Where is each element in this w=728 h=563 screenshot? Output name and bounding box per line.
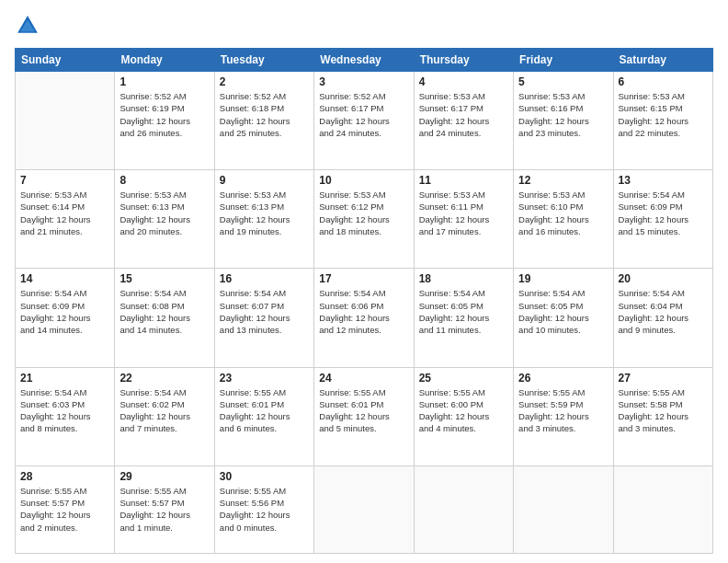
day-info: Sunrise: 5:55 AMSunset: 5:57 PMDaylight:… bbox=[119, 485, 209, 534]
calendar-cell: 24Sunrise: 5:55 AMSunset: 6:01 PMDayligh… bbox=[314, 367, 414, 465]
page: SundayMondayTuesdayWednesdayThursdayFrid… bbox=[0, 0, 728, 563]
day-number: 28 bbox=[20, 470, 109, 483]
calendar-cell: 29Sunrise: 5:55 AMSunset: 5:57 PMDayligh… bbox=[115, 465, 214, 553]
day-number: 19 bbox=[518, 272, 608, 285]
calendar-cell bbox=[514, 465, 613, 553]
day-number: 29 bbox=[119, 470, 209, 483]
day-number: 21 bbox=[20, 372, 109, 385]
day-info: Sunrise: 5:53 AMSunset: 6:17 PMDaylight:… bbox=[419, 90, 508, 139]
day-info: Sunrise: 5:52 AMSunset: 6:18 PMDaylight:… bbox=[220, 90, 309, 139]
week-row-3: 14Sunrise: 5:54 AMSunset: 6:09 PMDayligh… bbox=[16, 269, 713, 367]
day-number: 14 bbox=[20, 272, 109, 285]
day-info: Sunrise: 5:54 AMSunset: 6:05 PMDaylight:… bbox=[518, 287, 608, 336]
logo bbox=[15, 13, 44, 39]
week-row-2: 7Sunrise: 5:53 AMSunset: 6:14 PMDaylight… bbox=[16, 170, 713, 269]
calendar-cell: 4Sunrise: 5:53 AMSunset: 6:17 PMDaylight… bbox=[414, 72, 513, 170]
day-info: Sunrise: 5:54 AMSunset: 6:09 PMDaylight:… bbox=[20, 287, 109, 336]
day-number: 7 bbox=[20, 174, 109, 187]
day-info: Sunrise: 5:54 AMSunset: 6:09 PMDaylight:… bbox=[619, 189, 708, 237]
day-number: 30 bbox=[220, 470, 309, 483]
calendar-cell bbox=[414, 465, 513, 553]
weekday-header-friday: Friday bbox=[514, 49, 613, 72]
calendar-cell: 6Sunrise: 5:53 AMSunset: 6:15 PMDaylight… bbox=[613, 72, 712, 170]
day-number: 25 bbox=[419, 372, 508, 385]
weekday-header-wednesday: Wednesday bbox=[314, 49, 414, 72]
calendar-cell: 9Sunrise: 5:53 AMSunset: 6:13 PMDaylight… bbox=[214, 170, 313, 269]
calendar-cell: 16Sunrise: 5:54 AMSunset: 6:07 PMDayligh… bbox=[214, 269, 313, 367]
calendar-cell: 1Sunrise: 5:52 AMSunset: 6:19 PMDaylight… bbox=[115, 72, 214, 170]
day-info: Sunrise: 5:53 AMSunset: 6:16 PMDaylight:… bbox=[518, 90, 608, 139]
calendar-cell: 2Sunrise: 5:52 AMSunset: 6:18 PMDaylight… bbox=[214, 72, 313, 170]
day-info: Sunrise: 5:53 AMSunset: 6:13 PMDaylight:… bbox=[119, 189, 209, 237]
calendar-cell: 26Sunrise: 5:55 AMSunset: 5:59 PMDayligh… bbox=[514, 367, 613, 465]
calendar-cell: 18Sunrise: 5:54 AMSunset: 6:05 PMDayligh… bbox=[414, 269, 513, 367]
header bbox=[15, 13, 713, 39]
weekday-header-tuesday: Tuesday bbox=[214, 49, 313, 72]
calendar-cell: 10Sunrise: 5:53 AMSunset: 6:12 PMDayligh… bbox=[314, 170, 414, 269]
calendar-cell bbox=[613, 465, 712, 553]
day-number: 6 bbox=[619, 75, 708, 88]
day-number: 1 bbox=[119, 75, 209, 88]
day-number: 2 bbox=[220, 75, 309, 88]
day-info: Sunrise: 5:54 AMSunset: 6:04 PMDaylight:… bbox=[619, 287, 708, 336]
day-info: Sunrise: 5:53 AMSunset: 6:13 PMDaylight:… bbox=[220, 189, 309, 237]
day-number: 27 bbox=[619, 372, 708, 385]
calendar-cell: 27Sunrise: 5:55 AMSunset: 5:58 PMDayligh… bbox=[613, 367, 712, 465]
day-number: 3 bbox=[319, 75, 408, 88]
calendar-cell: 23Sunrise: 5:55 AMSunset: 6:01 PMDayligh… bbox=[214, 367, 313, 465]
day-number: 17 bbox=[319, 272, 408, 285]
day-number: 8 bbox=[119, 174, 209, 187]
calendar-cell: 20Sunrise: 5:54 AMSunset: 6:04 PMDayligh… bbox=[613, 269, 712, 367]
calendar-cell: 8Sunrise: 5:53 AMSunset: 6:13 PMDaylight… bbox=[115, 170, 214, 269]
day-number: 12 bbox=[518, 174, 608, 187]
calendar-cell: 3Sunrise: 5:52 AMSunset: 6:17 PMDaylight… bbox=[314, 72, 414, 170]
weekday-header-monday: Monday bbox=[115, 49, 214, 72]
day-info: Sunrise: 5:52 AMSunset: 6:17 PMDaylight:… bbox=[319, 90, 408, 139]
day-info: Sunrise: 5:54 AMSunset: 6:06 PMDaylight:… bbox=[319, 287, 408, 336]
day-info: Sunrise: 5:55 AMSunset: 5:57 PMDaylight:… bbox=[20, 485, 109, 534]
day-info: Sunrise: 5:53 AMSunset: 6:15 PMDaylight:… bbox=[619, 90, 708, 139]
day-number: 16 bbox=[220, 272, 309, 285]
calendar-cell: 11Sunrise: 5:53 AMSunset: 6:11 PMDayligh… bbox=[414, 170, 513, 269]
weekday-header-thursday: Thursday bbox=[414, 49, 513, 72]
day-number: 13 bbox=[619, 174, 708, 187]
day-number: 20 bbox=[619, 272, 708, 285]
day-info: Sunrise: 5:55 AMSunset: 5:58 PMDaylight:… bbox=[619, 386, 708, 435]
day-info: Sunrise: 5:54 AMSunset: 6:03 PMDaylight:… bbox=[20, 386, 109, 435]
week-row-5: 28Sunrise: 5:55 AMSunset: 5:57 PMDayligh… bbox=[16, 465, 713, 553]
day-info: Sunrise: 5:53 AMSunset: 6:10 PMDaylight:… bbox=[518, 189, 608, 237]
day-info: Sunrise: 5:53 AMSunset: 6:11 PMDaylight:… bbox=[419, 189, 508, 237]
day-info: Sunrise: 5:54 AMSunset: 6:02 PMDaylight:… bbox=[119, 386, 209, 435]
day-info: Sunrise: 5:53 AMSunset: 6:14 PMDaylight:… bbox=[20, 189, 109, 237]
day-number: 22 bbox=[119, 372, 209, 385]
calendar-cell: 22Sunrise: 5:54 AMSunset: 6:02 PMDayligh… bbox=[115, 367, 214, 465]
day-number: 9 bbox=[220, 174, 309, 187]
calendar-table: SundayMondayTuesdayWednesdayThursdayFrid… bbox=[15, 48, 713, 554]
weekday-header-sunday: Sunday bbox=[16, 49, 115, 72]
day-info: Sunrise: 5:54 AMSunset: 6:08 PMDaylight:… bbox=[119, 287, 209, 336]
day-number: 11 bbox=[419, 174, 508, 187]
calendar-cell bbox=[314, 465, 414, 553]
calendar-cell: 13Sunrise: 5:54 AMSunset: 6:09 PMDayligh… bbox=[613, 170, 712, 269]
day-number: 26 bbox=[518, 372, 608, 385]
day-info: Sunrise: 5:54 AMSunset: 6:07 PMDaylight:… bbox=[220, 287, 309, 336]
weekday-header-saturday: Saturday bbox=[613, 49, 712, 72]
calendar-cell: 30Sunrise: 5:55 AMSunset: 5:56 PMDayligh… bbox=[214, 465, 313, 553]
calendar-cell: 14Sunrise: 5:54 AMSunset: 6:09 PMDayligh… bbox=[16, 269, 115, 367]
day-number: 5 bbox=[518, 75, 608, 88]
calendar-cell: 12Sunrise: 5:53 AMSunset: 6:10 PMDayligh… bbox=[514, 170, 613, 269]
day-info: Sunrise: 5:55 AMSunset: 6:00 PMDaylight:… bbox=[419, 386, 508, 435]
day-number: 10 bbox=[319, 174, 408, 187]
day-info: Sunrise: 5:55 AMSunset: 6:01 PMDaylight:… bbox=[319, 386, 408, 435]
weekday-header-row: SundayMondayTuesdayWednesdayThursdayFrid… bbox=[16, 49, 713, 72]
calendar-cell: 15Sunrise: 5:54 AMSunset: 6:08 PMDayligh… bbox=[115, 269, 214, 367]
day-info: Sunrise: 5:55 AMSunset: 6:01 PMDaylight:… bbox=[220, 386, 309, 435]
day-info: Sunrise: 5:55 AMSunset: 5:59 PMDaylight:… bbox=[518, 386, 608, 435]
calendar-cell: 25Sunrise: 5:55 AMSunset: 6:00 PMDayligh… bbox=[414, 367, 513, 465]
calendar-cell: 7Sunrise: 5:53 AMSunset: 6:14 PMDaylight… bbox=[16, 170, 115, 269]
week-row-4: 21Sunrise: 5:54 AMSunset: 6:03 PMDayligh… bbox=[16, 367, 713, 465]
calendar-cell: 17Sunrise: 5:54 AMSunset: 6:06 PMDayligh… bbox=[314, 269, 414, 367]
day-info: Sunrise: 5:54 AMSunset: 6:05 PMDaylight:… bbox=[419, 287, 508, 336]
week-row-1: 1Sunrise: 5:52 AMSunset: 6:19 PMDaylight… bbox=[16, 72, 713, 170]
day-info: Sunrise: 5:55 AMSunset: 5:56 PMDaylight:… bbox=[220, 485, 309, 534]
